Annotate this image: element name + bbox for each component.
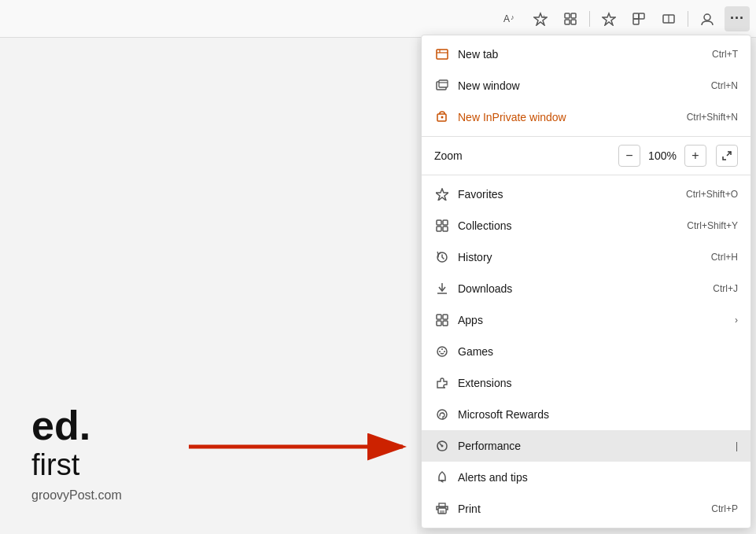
extensions-toolbar-btn[interactable] xyxy=(558,6,583,31)
svg-rect-9 xyxy=(571,20,576,24)
browser-toolbar: A ♪ + xyxy=(0,0,756,38)
inprivate-icon xyxy=(434,109,450,125)
inprivate-label: New InPrivate window xyxy=(458,111,687,123)
performance-icon xyxy=(434,438,450,454)
alerts-label: Alerts and tips xyxy=(458,471,738,484)
svg-rect-6 xyxy=(565,13,570,18)
svg-rect-7 xyxy=(571,13,576,18)
menu-item-inprivate[interactable]: New InPrivate window Ctrl+Shift+N xyxy=(422,101,750,133)
menu-item-apps[interactable]: Apps › xyxy=(422,304,750,336)
new-window-label: New window xyxy=(458,79,711,92)
arrow-annotation xyxy=(189,431,417,465)
svg-rect-28 xyxy=(443,220,448,225)
svg-rect-35 xyxy=(443,315,448,319)
menu-item-downloads[interactable]: Downloads Ctrl+J xyxy=(422,273,750,304)
downloads-label: Downloads xyxy=(458,282,713,295)
downloads-icon xyxy=(434,281,450,296)
menu-item-history[interactable]: History Ctrl+H xyxy=(422,241,750,273)
svg-rect-17 xyxy=(437,50,448,59)
svg-text:♪: ♪ xyxy=(511,13,514,21)
favorites-shortcut: Ctrl+Shift+O xyxy=(686,189,738,200)
performance-label: Performance xyxy=(458,440,729,452)
zoom-expand-btn[interactable] xyxy=(716,145,738,167)
svg-line-46 xyxy=(441,481,443,482)
print-shortcut: Ctrl+P xyxy=(711,503,738,514)
svg-point-39 xyxy=(439,351,441,352)
games-icon xyxy=(434,344,450,359)
svg-point-44 xyxy=(441,445,444,447)
add-favorites-btn[interactable]: + xyxy=(528,6,553,31)
inprivate-shortcut: Ctrl+Shift+N xyxy=(687,112,738,123)
new-window-icon xyxy=(434,78,450,94)
zoom-in-btn[interactable]: + xyxy=(684,145,706,167)
svg-rect-37 xyxy=(443,321,448,326)
menu-item-new-tab[interactable]: New tab Ctrl+T xyxy=(422,39,750,70)
collections-label: Collections xyxy=(458,219,687,232)
svg-point-38 xyxy=(437,347,447,356)
svg-point-42 xyxy=(437,410,447,419)
immersive-reader-btn[interactable] xyxy=(656,6,681,31)
apps-chevron-icon: › xyxy=(735,315,738,326)
menu-item-alerts[interactable]: Alerts and tips xyxy=(422,462,750,493)
favorites-toolbar-btn[interactable] xyxy=(596,6,621,31)
divider-1 xyxy=(422,136,750,137)
apps-icon xyxy=(434,312,450,328)
svg-rect-8 xyxy=(565,20,570,24)
zoom-label: Zoom xyxy=(434,149,618,162)
settings-dropdown-menu: New tab Ctrl+T New window Ctrl+N New InP… xyxy=(421,35,751,528)
svg-marker-26 xyxy=(436,189,448,201)
history-icon xyxy=(434,249,450,265)
page-brand: groovyPost.com xyxy=(31,488,417,503)
svg-rect-12 xyxy=(639,13,644,19)
extensions-icon xyxy=(434,375,450,391)
menu-item-favorites[interactable]: Favorites Ctrl+Shift+O xyxy=(422,179,750,210)
history-label: History xyxy=(458,251,711,263)
svg-point-41 xyxy=(444,351,445,352)
toolbar-divider-1 xyxy=(589,11,590,27)
svg-text:+: + xyxy=(542,13,546,20)
toolbar-divider-2 xyxy=(688,11,688,27)
new-tab-label: New tab xyxy=(458,48,712,61)
zoom-row: Zoom − 100% + xyxy=(422,140,750,171)
extensions-label: Extensions xyxy=(458,377,738,389)
collections-icon xyxy=(434,218,450,234)
alerts-icon xyxy=(434,470,450,485)
svg-point-24 xyxy=(441,116,444,119)
read-aloud-btn[interactable]: A ♪ xyxy=(498,6,523,31)
zoom-controls: − 100% + xyxy=(618,145,738,167)
profile-btn[interactable] xyxy=(695,6,720,31)
divider-2 xyxy=(422,175,750,175)
menu-item-extensions[interactable]: Extensions xyxy=(422,367,750,399)
apps-label: Apps xyxy=(458,314,728,326)
svg-point-43 xyxy=(442,412,444,414)
menu-item-new-window[interactable]: New window Ctrl+N xyxy=(422,70,750,101)
svg-marker-10 xyxy=(603,13,615,25)
favorites-icon xyxy=(434,186,450,202)
new-window-shortcut: Ctrl+N xyxy=(711,80,738,91)
collections-toolbar-btn[interactable] xyxy=(626,6,651,31)
svg-rect-21 xyxy=(439,80,448,87)
svg-rect-29 xyxy=(437,226,441,231)
more-btn[interactable]: ··· xyxy=(725,6,750,31)
menu-item-print[interactable]: Print Ctrl+P xyxy=(422,493,750,525)
menu-item-rewards[interactable]: Microsoft Rewards xyxy=(422,399,750,430)
print-label: Print xyxy=(458,503,711,515)
collections-shortcut: Ctrl+Shift+Y xyxy=(687,220,738,231)
history-shortcut: Ctrl+H xyxy=(711,252,738,263)
svg-point-16 xyxy=(704,14,710,20)
zoom-out-btn[interactable]: − xyxy=(618,145,640,167)
menu-item-collections[interactable]: Collections Ctrl+Shift+Y xyxy=(422,210,750,241)
new-tab-icon xyxy=(434,46,450,62)
svg-rect-13 xyxy=(633,19,639,24)
svg-rect-30 xyxy=(443,226,448,231)
rewards-label: Microsoft Rewards xyxy=(458,408,738,421)
svg-text:A: A xyxy=(503,13,510,24)
favorites-label: Favorites xyxy=(458,188,686,201)
zoom-value: 100% xyxy=(647,149,678,162)
menu-item-performance[interactable]: Performance | xyxy=(422,430,750,462)
games-label: Games xyxy=(458,345,738,358)
svg-rect-34 xyxy=(437,315,441,319)
svg-rect-27 xyxy=(437,220,441,225)
menu-item-games[interactable]: Games xyxy=(422,336,750,367)
downloads-shortcut: Ctrl+J xyxy=(713,283,738,294)
